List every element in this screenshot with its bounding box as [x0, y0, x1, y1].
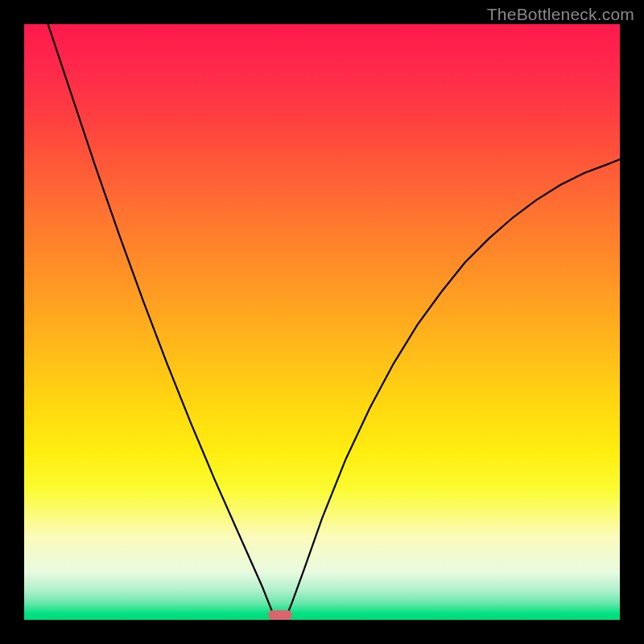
plot-area [24, 24, 620, 620]
chart-frame: TheBottleneck.com [0, 0, 644, 644]
curve-right-branch [287, 159, 620, 617]
curve-svg [24, 24, 620, 620]
curve-left-branch [48, 24, 275, 617]
watermark-text: TheBottleneck.com [487, 5, 634, 24]
minimum-marker [268, 610, 292, 620]
